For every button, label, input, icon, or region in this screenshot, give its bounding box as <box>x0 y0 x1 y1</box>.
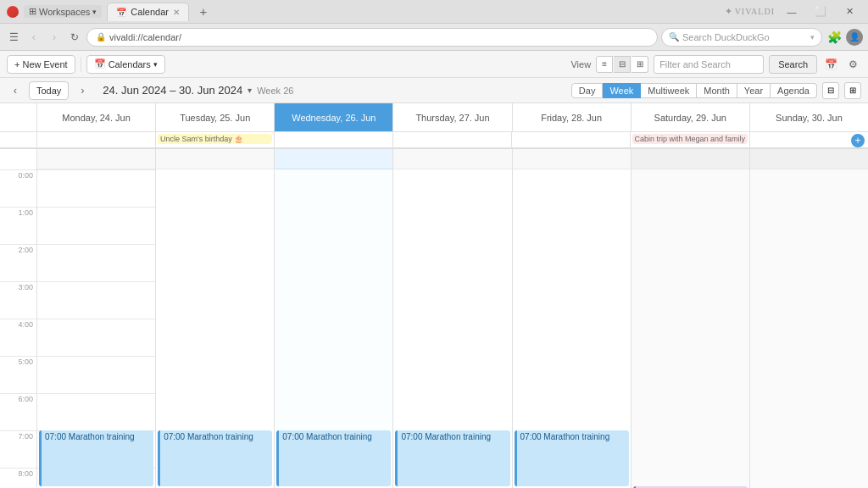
time-label-3: 3:00 <box>0 281 36 319</box>
day-header-mon: Monday, 24. Jun <box>37 103 156 131</box>
tab-multiweek[interactable]: Multiweek <box>641 83 697 98</box>
refresh-btn[interactable]: ↻ <box>66 29 83 46</box>
time-label-5: 5:00 <box>0 356 36 393</box>
new-tab-btn[interactable]: + <box>194 3 213 21</box>
col-sat[interactable]: 08:15 Pick Megan up from the train stati… <box>632 149 750 488</box>
new-event-btn[interactable]: + New Event <box>7 55 75 74</box>
time-gutter: 0:00 1:00 2:00 3:00 4:00 5:00 6:00 7:00 … <box>0 149 37 488</box>
tab-close-btn[interactable]: ✕ <box>173 8 180 17</box>
tab-year[interactable]: Year <box>737 83 771 98</box>
day-header-wed: Wednesday, 26. Jun <box>275 103 393 131</box>
view-label: View <box>570 59 591 69</box>
restore-btn[interactable]: ⬜ <box>809 4 832 19</box>
event-tue-marathon[interactable]: 07:00 Marathon training <box>158 430 272 486</box>
sidebar-toggle-btn[interactable]: ☰ <box>5 29 22 46</box>
event-fri-marathon[interactable]: 07:00 Marathon training <box>515 430 629 486</box>
allday-thu <box>393 132 512 147</box>
vivaldi-brand-icon: ✦ <box>725 6 732 17</box>
calendars-btn[interactable]: 📅 Calendars ▾ <box>86 55 165 74</box>
tab[interactable]: 📅 Calendar ✕ <box>107 3 189 21</box>
col-sun[interactable] <box>750 149 868 488</box>
tab-calendar-icon: 📅 <box>116 8 126 17</box>
extensions-btn[interactable]: 🧩 <box>826 29 843 46</box>
cal-icon-btn-2[interactable]: ⚙ <box>844 56 861 73</box>
time-label-8: 8:00 <box>0 468 36 488</box>
date-dropdown-icon[interactable]: ▾ <box>248 86 252 95</box>
close-btn[interactable]: ✕ <box>837 4 861 19</box>
search-bar[interactable]: 🔍 Search DuckDuckGo ▾ <box>661 28 822 47</box>
tab-title: Calendar <box>131 7 169 17</box>
url-lock-icon: 🔒 <box>96 32 106 42</box>
forward-btn[interactable]: › <box>46 29 63 46</box>
allday-sun[interactable]: + <box>750 132 868 147</box>
url-bar[interactable]: 🔒 vivaldi://calendar/ <box>86 28 658 47</box>
col-wed[interactable]: 07:00 Marathon training 09:00 Take Baile… <box>275 149 393 488</box>
calendar-icon: 📅 <box>94 58 106 69</box>
plus-icon: + <box>14 59 19 69</box>
account-btn[interactable]: 👤 <box>846 29 863 46</box>
allday-wed <box>275 132 393 147</box>
vivaldi-logo <box>7 6 19 18</box>
time-label-4: 4:00 <box>0 319 36 356</box>
date-range: 24. Jun 2024 – 30. Jun 2024 <box>103 84 242 97</box>
view-list-btns: ≡ ⊟ ⊞ <box>596 56 648 73</box>
search-placeholder: Search DuckDuckGo <box>682 32 770 42</box>
day-header-thu: Thursday, 27. Jun <box>393 103 512 131</box>
day-header-sun: Sunday, 30. Jun <box>750 103 868 131</box>
cabin-event[interactable]: Cabin trip with Megan and family <box>632 134 748 144</box>
view-list-btn-2[interactable]: ⊟ <box>614 56 631 73</box>
allday-tue[interactable]: Uncle Sam's birthday 🎂 <box>156 132 275 147</box>
col-fri[interactable]: 07:00 Marathon training 09:00 Dentist 12… <box>513 149 632 488</box>
allday-sat[interactable]: Cabin trip with Megan and family <box>631 132 751 147</box>
event-mon-marathon[interactable]: 07:00 Marathon training <box>39 430 153 486</box>
allday-fri <box>512 132 631 147</box>
birthday-event[interactable]: Uncle Sam's birthday 🎂 <box>158 134 272 144</box>
view-tabs: Day Week Multiweek Month Year Agenda <box>571 83 817 98</box>
add-event-btn[interactable]: + <box>851 134 865 147</box>
tab-week[interactable]: Week <box>603 83 641 98</box>
today-btn[interactable]: Today <box>29 81 69 100</box>
tab-day[interactable]: Day <box>571 83 604 98</box>
prev-btn[interactable]: ‹ <box>7 82 24 99</box>
workspaces-btn[interactable]: ⊞ Workspaces ▾ <box>24 5 102 18</box>
cal-icon-btn-1[interactable]: 📅 <box>822 56 839 73</box>
cal-grid-view-btn-2[interactable]: ⊞ <box>844 82 861 99</box>
col-thu[interactable]: 07:00 Marathon training 10:00 Brainstorm… <box>393 149 512 488</box>
back-btn[interactable]: ‹ <box>25 29 42 46</box>
time-gutter-header <box>0 103 37 131</box>
day-header-tue: Tuesday, 25. Jun <box>156 103 275 131</box>
time-label-2: 2:00 <box>0 244 36 281</box>
day-header-sat: Saturday, 29. Jun <box>632 103 750 131</box>
col-tue[interactable]: 07:00 Marathon training ✓ 10:00 Review p… <box>156 149 275 488</box>
view-list-btn-3[interactable]: ⊞ <box>632 56 648 73</box>
col-mon[interactable]: 07:00 Marathon training 10:00 Project Lu… <box>37 149 156 488</box>
next-btn[interactable]: › <box>74 82 91 99</box>
time-label-1: 1:00 <box>0 207 36 244</box>
time-label-0: 0:00 <box>0 169 36 207</box>
minimize-btn[interactable]: — <box>780 4 804 19</box>
search-icon: 🔍 <box>669 32 679 42</box>
tab-month[interactable]: Month <box>697 83 737 98</box>
view-list-btn-1[interactable]: ≡ <box>596 56 613 73</box>
vivaldi-brand-text: VIVALDI <box>735 7 775 16</box>
time-label-6: 6:00 <box>0 393 36 430</box>
filter-input[interactable]: Filter and Search <box>654 55 764 74</box>
allday-mon <box>37 132 156 147</box>
day-header-fri: Friday, 28. Jun <box>513 103 632 131</box>
event-wed-marathon[interactable]: 07:00 Marathon training <box>276 430 391 486</box>
time-label-7: 7:00 <box>0 430 36 468</box>
url-text: vivaldi://calendar/ <box>109 32 181 42</box>
week-number: Week 26 <box>257 86 293 96</box>
tab-agenda[interactable]: Agenda <box>771 83 817 98</box>
search-button[interactable]: Search <box>769 55 817 74</box>
cal-grid-view-btn-1[interactable]: ⊟ <box>822 82 839 99</box>
workspaces-icon: ⊞ <box>29 6 36 17</box>
allday-gutter <box>0 132 37 147</box>
event-thu-marathon[interactable]: 07:00 Marathon training <box>395 430 509 486</box>
